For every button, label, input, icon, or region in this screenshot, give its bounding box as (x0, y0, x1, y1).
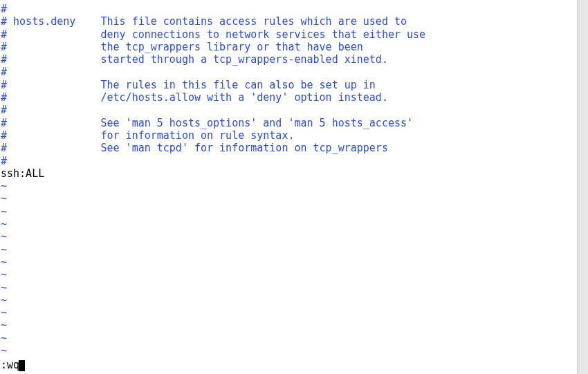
editor-area[interactable]: # # hosts.deny This file contains access… (0, 0, 588, 357)
content-line: ssh:ALL (1, 167, 588, 180)
vim-command-line[interactable]: :wq (1, 359, 25, 371)
empty-line-tilde: ~ (1, 306, 588, 319)
comment-line: # The rules in this file can also be set… (1, 79, 588, 91)
empty-line-tilde: ~ (1, 256, 588, 268)
scrollbar[interactable] (577, 0, 588, 374)
empty-line-tilde: ~ (1, 281, 588, 294)
comment-line: # See 'man 5 hosts_options' and 'man 5 h… (1, 117, 588, 129)
empty-line-tilde: ~ (1, 180, 588, 192)
comment-line: # (1, 155, 588, 167)
comment-line: # See 'man tcpd' for information on tcp_… (1, 142, 588, 154)
empty-line-tilde: ~ (1, 319, 588, 331)
empty-line-tilde: ~ (1, 192, 588, 205)
comment-line: # for information on rule syntax. (1, 129, 588, 142)
empty-line-tilde: ~ (1, 230, 588, 243)
comment-line: # (1, 66, 588, 78)
empty-line-tilde: ~ (1, 205, 588, 218)
comment-line: # (1, 104, 588, 116)
comment-line: # (1, 3, 588, 15)
comment-line: # /etc/hosts.allow with a 'deny' option … (1, 91, 588, 104)
command-text: :wq (1, 359, 19, 371)
empty-line-tilde: ~ (1, 294, 588, 306)
comment-line: # deny connections to network services t… (1, 28, 588, 41)
empty-line-tilde: ~ (1, 344, 588, 357)
empty-line-tilde: ~ (1, 268, 588, 281)
comment-line: # the tcp_wrappers library or that have … (1, 41, 588, 53)
empty-line-tilde: ~ (1, 332, 588, 344)
comment-line: # hosts.deny This file contains access r… (1, 15, 588, 28)
empty-line-tilde: ~ (1, 218, 588, 230)
cursor-icon (19, 360, 25, 371)
comment-line: # started through a tcp_wrappers-enabled… (1, 53, 588, 66)
empty-line-tilde: ~ (1, 243, 588, 256)
